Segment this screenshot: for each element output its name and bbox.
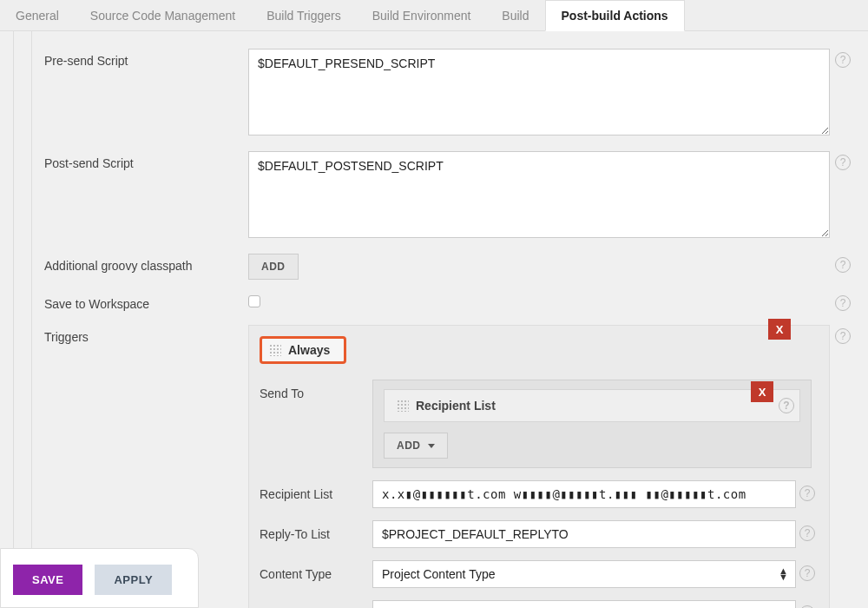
help-icon[interactable]: ? xyxy=(835,257,851,273)
recipient-list-header[interactable]: Recipient List X ? xyxy=(384,389,800,422)
add-sendto-button[interactable]: ADD xyxy=(384,433,448,459)
row-send-to: Send To Recipient List X ? ADD xyxy=(260,380,819,468)
tab-build-triggers[interactable]: Build Triggers xyxy=(251,0,357,30)
content-type-value: Project Content Type xyxy=(382,567,495,581)
trigger-title: Always xyxy=(288,343,330,357)
select-arrows-icon: ▲▼ xyxy=(779,568,788,580)
send-to-block: Recipient List X ? ADD xyxy=(372,380,812,468)
label-triggers: Triggers xyxy=(44,325,248,344)
label-recipient-list: Recipient List xyxy=(260,480,372,501)
recipient-list-title: Recipient List xyxy=(416,399,496,413)
label-classpath: Additional groovy classpath xyxy=(44,254,248,273)
label-send-to: Send To xyxy=(260,380,372,400)
help-icon[interactable]: ? xyxy=(835,155,851,170)
tab-build[interactable]: Build xyxy=(486,0,544,30)
help-icon[interactable]: ? xyxy=(835,295,851,311)
help-icon[interactable]: ? xyxy=(799,565,815,581)
delete-recipient-button[interactable]: X xyxy=(751,381,773,402)
drag-gutter[interactable] xyxy=(13,31,32,608)
tab-build-env[interactable]: Build Environment xyxy=(357,0,487,30)
save-workspace-checkbox[interactable] xyxy=(248,295,260,307)
tab-postbuild-actions[interactable]: Post-build Actions xyxy=(545,0,685,31)
help-icon[interactable]: ? xyxy=(799,486,815,501)
row-subject: Subject ? xyxy=(260,600,819,608)
help-icon[interactable]: ? xyxy=(835,52,851,68)
save-button[interactable]: SAVE xyxy=(13,565,82,595)
row-post-send-script: Post-send Script ? xyxy=(44,151,856,238)
content-type-select[interactable]: Project Content Type ▲▼ xyxy=(372,560,796,588)
tab-general[interactable]: General xyxy=(0,0,75,30)
help-icon[interactable]: ? xyxy=(799,525,815,541)
trigger-always-block: X Always Send To Recipient List xyxy=(248,325,830,608)
label-post-send-script: Post-send Script xyxy=(44,151,248,170)
row-save-workspace: Save to Workspace ? xyxy=(44,292,856,311)
label-pre-send-script: Pre-send Script xyxy=(44,49,248,68)
save-bar: SAVE APPLY xyxy=(0,548,199,608)
subject-input[interactable] xyxy=(372,600,796,608)
row-recipient-list: Recipient List x.x▮@▮▮▮▮▮▮t.com w▮▮▮▮@▮▮… xyxy=(260,480,819,508)
help-icon[interactable]: ? xyxy=(779,398,794,413)
delete-trigger-button[interactable]: X xyxy=(768,319,791,340)
row-content-type: Content Type Project Content Type ▲▼ ? xyxy=(260,560,819,588)
row-reply-to: Reply-To List ? xyxy=(260,520,819,548)
trigger-header[interactable]: Always xyxy=(260,336,346,364)
post-send-script-input[interactable] xyxy=(248,151,830,238)
help-icon[interactable]: ? xyxy=(835,328,851,344)
pre-send-script-input[interactable] xyxy=(248,49,830,135)
drag-icon[interactable] xyxy=(397,400,409,412)
content-area: Pre-send Script ? Post-send Script ? Add… xyxy=(0,31,868,608)
chevron-down-icon xyxy=(428,444,435,448)
tab-scm[interactable]: Source Code Management xyxy=(75,0,251,30)
label-subject: Subject xyxy=(260,600,372,608)
label-save-workspace: Save to Workspace xyxy=(44,292,248,311)
label-reply-to: Reply-To List xyxy=(260,520,372,541)
row-pre-send-script: Pre-send Script ? xyxy=(44,49,856,135)
reply-to-input[interactable] xyxy=(372,520,796,548)
recipient-list-input[interactable]: x.x▮@▮▮▮▮▮▮t.com w▮▮▮▮@▮▮▮▮▮t.▮▮▮ ▮▮@▮▮▮… xyxy=(372,480,796,508)
apply-button[interactable]: APPLY xyxy=(95,565,172,595)
add-classpath-button[interactable]: ADD xyxy=(248,254,299,280)
add-button-label: ADD xyxy=(397,439,421,452)
row-classpath: Additional groovy classpath ADD ? xyxy=(44,254,856,280)
form-area: Pre-send Script ? Post-send Script ? Add… xyxy=(32,31,868,608)
label-content-type: Content Type xyxy=(260,560,372,581)
config-tabs: General Source Code Management Build Tri… xyxy=(0,0,868,31)
drag-icon[interactable] xyxy=(269,344,281,356)
